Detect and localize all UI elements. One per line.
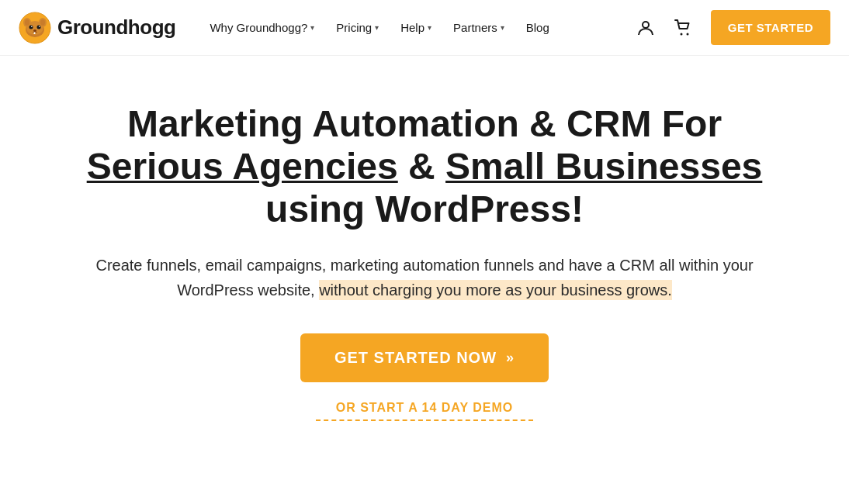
svg-point-7: [29, 25, 33, 29]
nav-links: Why Groundhogg? ▾ Pricing ▾ Help ▾ Partn…: [200, 15, 632, 40]
svg-point-10: [39, 26, 40, 27]
chevron-down-icon: ▾: [428, 23, 431, 32]
nav-item-pricing[interactable]: Pricing ▾: [327, 15, 388, 40]
brand-name: Groundhogg: [57, 16, 175, 40]
nav-icons: [633, 16, 695, 40]
hero-title: Marketing Automation & CRM For Serious A…: [75, 102, 774, 231]
demo-link[interactable]: OR START A 14 DAY DEMO: [316, 401, 533, 421]
cart-icon[interactable]: [671, 16, 695, 40]
chevron-down-icon: ▾: [310, 23, 314, 32]
navbar: Groundhogg Why Groundhogg? ▾ Pricing ▾ H…: [0, 0, 849, 56]
nav-item-blog[interactable]: Blog: [517, 15, 559, 40]
svg-point-15: [686, 33, 688, 35]
svg-point-6: [40, 19, 45, 26]
svg-rect-12: [34, 32, 36, 34]
account-icon[interactable]: [633, 16, 658, 40]
nav-item-help[interactable]: Help ▾: [391, 15, 441, 40]
get-started-now-button[interactable]: GET STARTED NOW »: [300, 333, 549, 382]
svg-point-8: [37, 25, 41, 29]
hero-section: Marketing Automation & CRM For Serious A…: [0, 56, 849, 452]
nav-item-partners[interactable]: Partners ▾: [444, 15, 514, 40]
svg-point-14: [680, 33, 682, 35]
svg-point-5: [25, 19, 29, 26]
chevron-down-icon: ▾: [375, 23, 379, 32]
logo-icon: [19, 12, 51, 44]
chevron-down-icon: ▾: [501, 23, 504, 32]
svg-point-13: [643, 22, 649, 28]
nav-get-started-button[interactable]: GET STARTED: [711, 10, 830, 45]
logo-link[interactable]: Groundhogg: [19, 12, 175, 44]
svg-point-9: [31, 26, 33, 27]
svg-point-11: [33, 29, 36, 32]
arrows-icon: »: [506, 350, 515, 366]
demo-underline: [316, 419, 533, 421]
nav-item-why[interactable]: Why Groundhogg? ▾: [200, 15, 324, 40]
hero-subtitle: Create funnels, email campaigns, marketi…: [91, 253, 758, 302]
